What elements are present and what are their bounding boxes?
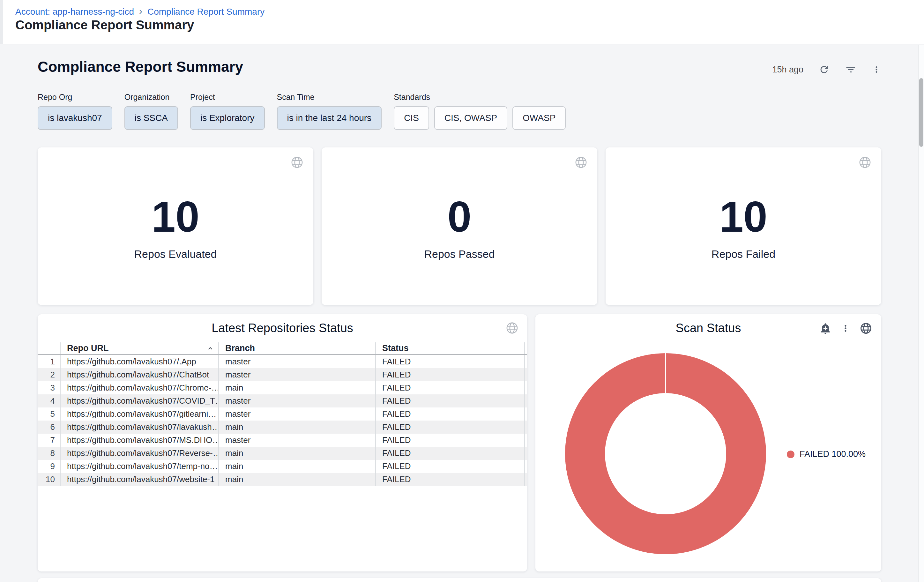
breadcrumb-current-link[interactable]: Compliance Report Summary <box>147 7 264 17</box>
filter-label: Standards <box>394 92 566 102</box>
table-header-row: Repo URL Branch Status <box>38 342 527 355</box>
cell-branch: master <box>219 407 376 420</box>
tile-repos-failed: 10 Repos Failed <box>606 147 881 305</box>
chevron-right-icon: › <box>139 7 142 17</box>
cell-branch: master <box>219 434 376 447</box>
table-row[interactable]: 1 https://github.com/lavakush07/.App mas… <box>38 355 527 368</box>
tile-repos-passed: 0 Repos Passed <box>322 147 597 305</box>
column-header-repo-url[interactable]: Repo URL <box>61 342 219 354</box>
cell-branch: main <box>219 381 376 394</box>
cell-repo-url: https://github.com/lavakush07/.App <box>61 355 219 368</box>
cell-status: FAILED <box>376 355 525 368</box>
cell-repo-url: https://github.com/lavakush07/Reverse-… <box>61 447 219 460</box>
kebab-menu-icon[interactable] <box>840 323 851 333</box>
row-number: 4 <box>38 394 61 407</box>
filter-group-repo-org: Repo Org is lavakush07 <box>38 92 112 130</box>
cell-repo-url: https://github.com/lavakush07/ChatBot <box>61 368 219 381</box>
cell-repo-url: https://github.com/lavakush07/MS.DHO… <box>61 434 219 447</box>
stat-label: Repos Passed <box>424 248 495 260</box>
legend-swatch-failed <box>787 450 794 458</box>
table-row[interactable]: 6 https://github.com/lavakush07/lavakush… <box>38 420 527 434</box>
bottom-row: Latest Repositories Status Repo URL Bran… <box>38 314 881 572</box>
repositories-table: Repo URL Branch Status 1 https://github.… <box>38 342 527 486</box>
cell-status: FAILED <box>376 381 525 394</box>
filter-group-organization: Organization is SSCA <box>124 92 178 130</box>
cell-repo-url: https://github.com/lavakush07/gitlearni… <box>61 407 219 420</box>
cell-branch: master <box>219 394 376 407</box>
row-number: 2 <box>38 368 61 381</box>
stat-value: 10 <box>719 195 767 238</box>
tile-repos-evaluated: 10 Repos Evaluated <box>38 147 314 305</box>
cell-repo-url: https://github.com/lavakush07/lavakush… <box>61 420 219 434</box>
table-row[interactable]: 7 https://github.com/lavakush07/MS.DHO… … <box>38 434 527 447</box>
cell-branch: main <box>219 420 376 434</box>
column-header-branch[interactable]: Branch <box>219 342 376 354</box>
row-number: 1 <box>38 355 61 368</box>
scan-card-actions <box>819 322 872 335</box>
scrollbar-thumb[interactable] <box>919 78 923 147</box>
filter-icon[interactable] <box>845 64 856 75</box>
filter-chip-scan-time[interactable]: is in the last 24 hours <box>277 106 382 130</box>
globe-icon[interactable] <box>574 156 588 170</box>
cell-status: FAILED <box>376 460 525 473</box>
table-row[interactable]: 4 https://github.com/lavakush07/COVID_T…… <box>38 394 527 407</box>
cell-repo-url: https://github.com/lavakush07/website-1 <box>61 473 219 486</box>
dashboard-title: Compliance Report Summary <box>38 58 243 75</box>
breadcrumb: Account: app-harness-ng-cicd › Complianc… <box>15 7 264 17</box>
dashboard-controls: 15h ago <box>772 61 881 78</box>
filter-chip-repo-org[interactable]: is lavakush07 <box>38 106 112 130</box>
filter-chip-organization[interactable]: is SSCA <box>124 106 178 130</box>
cell-branch: master <box>219 355 376 368</box>
globe-icon[interactable] <box>860 322 872 335</box>
table-row[interactable]: 8 https://github.com/lavakush07/Reverse-… <box>38 447 527 460</box>
refresh-icon[interactable] <box>819 64 830 75</box>
table-title: Latest Repositories Status <box>38 322 527 335</box>
next-card-partial <box>38 578 881 582</box>
cell-branch: main <box>219 447 376 460</box>
filter-chip-standard-cis-owasp[interactable]: CIS, OWASP <box>434 106 507 130</box>
last-refresh-time: 15h ago <box>772 65 804 75</box>
table-row[interactable]: 3 https://github.com/lavakush07/Chrome-…… <box>38 381 527 394</box>
column-label: Repo URL <box>67 343 109 353</box>
table-row[interactable]: 2 https://github.com/lavakush07/ChatBot … <box>38 368 527 381</box>
filter-group-project: Project is Exploratory <box>190 92 265 130</box>
scrollbar[interactable] <box>918 45 924 582</box>
filter-label: Project <box>190 92 265 102</box>
stat-value: 0 <box>447 195 471 238</box>
bell-add-icon[interactable] <box>819 322 832 335</box>
table-body: 1 https://github.com/lavakush07/.App mas… <box>38 355 527 486</box>
filter-group-standards: Standards CIS CIS, OWASP OWASP <box>394 92 566 130</box>
globe-icon[interactable] <box>505 322 519 336</box>
table-row[interactable]: 10 https://github.com/lavakush07/website… <box>38 473 527 486</box>
scan-status-card: Scan Status FAILED 100.00% <box>535 314 881 572</box>
cell-repo-url: https://github.com/lavakush07/Chrome-… <box>61 381 219 394</box>
globe-icon[interactable] <box>858 156 872 170</box>
cell-status: FAILED <box>376 420 525 434</box>
row-number: 7 <box>38 434 61 447</box>
table-row[interactable]: 5 https://github.com/lavakush07/gitlearn… <box>38 407 527 420</box>
filter-chip-standard-owasp[interactable]: OWASP <box>512 106 566 130</box>
donut-slice-divider <box>665 353 666 393</box>
breadcrumb-account-link[interactable]: Account: app-harness-ng-cicd <box>15 7 134 17</box>
cell-status: FAILED <box>376 394 525 407</box>
page-title: Compliance Report Summary <box>15 18 194 32</box>
kebab-menu-icon[interactable] <box>872 65 881 74</box>
cell-status: FAILED <box>376 368 525 381</box>
row-number: 8 <box>38 447 61 460</box>
stat-tiles-row: 10 Repos Evaluated 0 Repos Passed 10 Rep… <box>38 147 881 305</box>
column-header-status[interactable]: Status <box>376 342 525 354</box>
filter-label: Organization <box>124 92 178 102</box>
row-number: 10 <box>38 473 61 486</box>
table-row[interactable]: 9 https://github.com/lavakush07/temp-no…… <box>38 460 527 473</box>
row-number: 5 <box>38 407 61 420</box>
sort-asc-icon <box>207 345 214 352</box>
cell-status: FAILED <box>376 407 525 420</box>
row-number: 3 <box>38 381 61 394</box>
filter-chip-standard-cis[interactable]: CIS <box>394 106 429 130</box>
cell-repo-url: https://github.com/lavakush07/COVID_T… <box>61 394 219 407</box>
globe-icon[interactable] <box>290 156 304 170</box>
filter-chip-project[interactable]: is Exploratory <box>190 106 265 130</box>
donut-chart[interactable] <box>565 353 766 554</box>
legend-label: FAILED 100.00% <box>800 449 866 459</box>
filter-label: Repo Org <box>38 92 112 102</box>
